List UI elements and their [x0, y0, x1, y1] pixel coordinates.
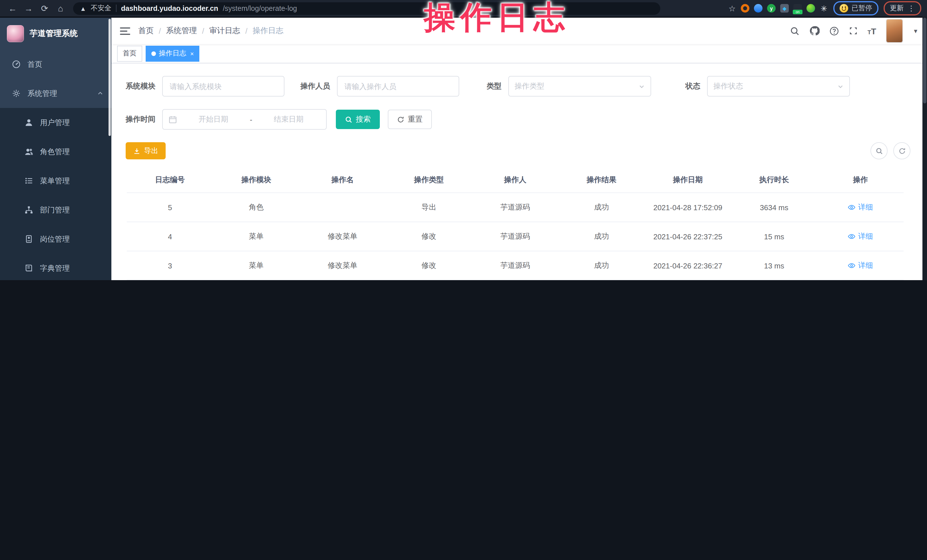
- column-header-操作日期: 操作日期: [644, 167, 731, 193]
- url-host: dashboard.yudao.iocoder.cn: [121, 4, 218, 12]
- tab-label: 操作日志: [159, 49, 186, 58]
- cell-id: 4: [127, 222, 213, 251]
- breadcrumb-item-1[interactable]: 首页: [138, 26, 153, 36]
- date-range-picker[interactable]: 开始日期 - 结束日期: [162, 109, 327, 130]
- cell-module: 角色: [213, 193, 299, 222]
- close-tab-icon[interactable]: ×: [190, 50, 194, 57]
- font-size-icon[interactable]: TT: [868, 27, 877, 35]
- sidebar-item-label: 岗位管理: [40, 234, 70, 244]
- home-icon[interactable]: ⌂: [54, 2, 67, 15]
- detail-link[interactable]: 详细: [848, 231, 873, 241]
- table-header-row: 日志编号操作模块操作名操作类型操作人操作结果操作日期执行时长操作: [127, 167, 904, 193]
- sidebar-item-字典管理[interactable]: 字典管理: [0, 253, 111, 280]
- navbar: 首页/系统管理/审计日志/操作日志 TT ▼: [111, 18, 927, 44]
- sidebar-item-用户管理[interactable]: 用户管理: [0, 108, 111, 137]
- cell-module: 菜单: [213, 251, 299, 280]
- search-icon: [875, 147, 883, 155]
- page-scrollbar[interactable]: [922, 17, 927, 280]
- forward-icon[interactable]: →: [22, 2, 35, 15]
- reload-icon[interactable]: ⟳: [38, 2, 52, 15]
- active-tab-dot-icon: [151, 51, 156, 56]
- filter-module: 系统模块: [126, 76, 284, 97]
- dark-on-badge-extension-icon[interactable]: on: [793, 4, 802, 12]
- module-input[interactable]: [162, 76, 284, 97]
- detail-link[interactable]: 详细: [848, 202, 873, 212]
- cell-operator: 芋道源码: [472, 193, 558, 222]
- back-icon[interactable]: ←: [6, 2, 20, 15]
- fullscreen-icon[interactable]: [849, 26, 858, 35]
- avatar-caret-down-icon[interactable]: ▼: [913, 28, 918, 34]
- search-icon[interactable]: [790, 26, 799, 36]
- column-header-操作结果: 操作结果: [558, 167, 644, 193]
- cell-id: 3: [127, 251, 213, 280]
- download-icon: [133, 147, 140, 155]
- cell-duration: 3634 ms: [731, 193, 818, 222]
- emoji-avatar-icon: [840, 4, 848, 12]
- cell-type: 导出: [386, 193, 472, 222]
- sidebar-item-菜单管理[interactable]: 菜单管理: [0, 166, 111, 195]
- badge-icon: [24, 235, 33, 243]
- scrollbar-thumb[interactable]: [923, 18, 926, 103]
- orange-ring-extension-icon[interactable]: [741, 4, 749, 12]
- filter-status: 状态 操作状态: [685, 76, 850, 97]
- address-bar[interactable]: ▲ 不安全 dashboard.yudao.iocoder.cn/system/…: [73, 2, 660, 15]
- breadcrumb-item-3[interactable]: 审计日志: [209, 26, 240, 36]
- help-icon[interactable]: [829, 26, 839, 36]
- operator-input[interactable]: [337, 76, 459, 97]
- breadcrumb-item-2[interactable]: 系统管理: [166, 26, 197, 36]
- column-header-操作模块: 操作模块: [213, 167, 299, 193]
- sidebar-item-角色管理[interactable]: 角色管理: [0, 137, 111, 166]
- cell-name: 修改菜单: [299, 222, 386, 251]
- browser-update-button[interactable]: 更新 ⋮: [884, 1, 921, 15]
- white-pinwheel-extension-icon[interactable]: ✳: [820, 4, 828, 12]
- toolbar-row: 导出: [126, 142, 913, 159]
- green-v-extension-icon[interactable]: y: [767, 4, 776, 12]
- export-button[interactable]: 导出: [126, 142, 166, 159]
- bookmark-star-icon[interactable]: ☆: [728, 4, 736, 13]
- tab-操作日志[interactable]: 操作日志×: [146, 46, 200, 61]
- tab-首页[interactable]: 首页: [117, 46, 142, 61]
- cell-date: 2021-04-28 17:52:09: [644, 193, 731, 222]
- table-tools: [871, 142, 913, 159]
- filter-operator: 操作人员: [301, 76, 459, 97]
- update-label: 更新: [890, 3, 904, 13]
- table-row: 5角色导出芋道源码成功2021-04-28 17:52:093634 ms详细: [127, 193, 904, 222]
- browser-menu-icon[interactable]: ⋮: [907, 4, 915, 12]
- detail-label: 详细: [858, 231, 873, 241]
- collapse-menu-icon[interactable]: [120, 27, 130, 35]
- status-select[interactable]: 操作状态: [707, 76, 850, 97]
- operate-log-table: 日志编号操作模块操作名操作类型操作人操作结果操作日期执行时长操作 5角色导出芋道…: [127, 167, 904, 280]
- show-search-button[interactable]: [871, 142, 887, 159]
- detail-link[interactable]: 详细: [848, 260, 873, 270]
- sidebar-item-岗位管理[interactable]: 岗位管理: [0, 225, 111, 253]
- blue-gem-extension-icon[interactable]: ◆: [780, 4, 789, 12]
- github-icon[interactable]: [809, 26, 820, 36]
- refresh-table-button[interactable]: [893, 142, 910, 159]
- reset-button[interactable]: 重置: [388, 110, 432, 129]
- extension-icons: y◆on✳: [741, 4, 828, 12]
- sidebar-item-部门管理[interactable]: 部门管理: [0, 195, 111, 225]
- end-date-placeholder: 结束日期: [257, 114, 321, 124]
- sidebar-item-label: 系统管理: [27, 88, 57, 99]
- type-select[interactable]: 操作类型: [508, 76, 651, 97]
- table-row: 3菜单修改菜单修改芋道源码成功2021-04-26 22:36:2713 ms详…: [127, 251, 904, 280]
- cell-result: 成功: [558, 193, 644, 222]
- search-button-label: 搜索: [356, 114, 371, 124]
- blue-pin-extension-icon[interactable]: [754, 4, 763, 12]
- green-leaf-extension-icon[interactable]: [807, 4, 815, 12]
- app-logo: [7, 25, 24, 42]
- cell-actions: 详细: [818, 193, 904, 222]
- sidebar-item-系统管理[interactable]: 系统管理: [0, 79, 111, 108]
- user-avatar[interactable]: [886, 19, 903, 43]
- breadcrumb-separator: /: [245, 27, 248, 35]
- sidebar-item-label: 部门管理: [40, 205, 70, 215]
- profile-paused-badge[interactable]: 已暂停: [833, 1, 878, 15]
- app-logo-row[interactable]: 芋道管理系统: [0, 18, 111, 50]
- admin-app: 芋道管理系统 首页系统管理用户管理角色管理菜单管理部门管理岗位管理字典管理通知公…: [0, 18, 927, 280]
- dict-icon: [24, 264, 33, 272]
- sidebar-item-首页[interactable]: 首页: [0, 50, 111, 79]
- eye-icon: [848, 261, 856, 269]
- sidebar-item-label: 字典管理: [40, 263, 70, 273]
- sidebar-scrollbar[interactable]: [108, 19, 111, 136]
- search-button[interactable]: 搜索: [336, 110, 380, 129]
